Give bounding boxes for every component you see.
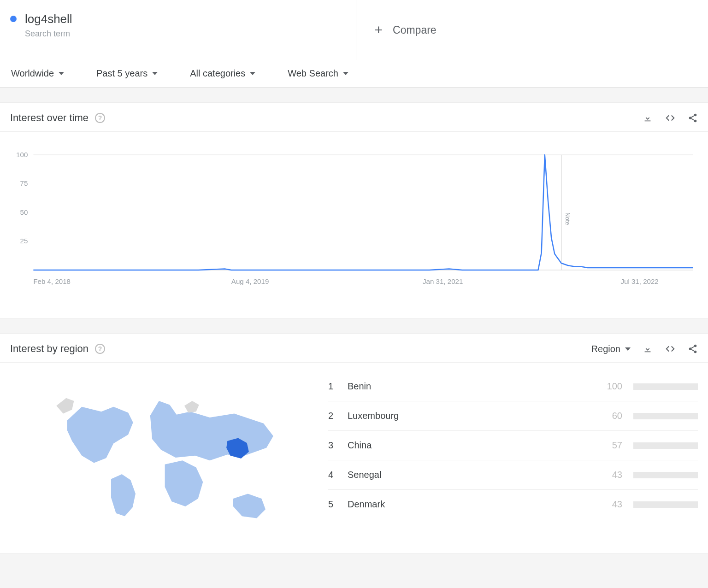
region-rank: 2 bbox=[328, 411, 336, 421]
svg-point-0 bbox=[694, 114, 697, 117]
svg-text:Jan 31, 2021: Jan 31, 2021 bbox=[423, 277, 463, 285]
svg-point-1 bbox=[689, 117, 692, 119]
chevron-down-icon bbox=[59, 72, 64, 75]
region-bar bbox=[633, 442, 698, 449]
chevron-down-icon bbox=[152, 72, 158, 75]
search-term-box[interactable]: log4shell Search term bbox=[0, 0, 356, 60]
region-name: Denmark bbox=[348, 499, 588, 510]
search-term-subtitle: Search term bbox=[25, 29, 72, 39]
region-rank: 1 bbox=[328, 381, 336, 392]
embed-icon[interactable] bbox=[665, 113, 676, 123]
svg-point-15 bbox=[694, 345, 697, 347]
panel-title: Interest by region bbox=[10, 343, 88, 355]
region-list: 1Benin1002Luxembourg603China574Senegal43… bbox=[328, 372, 698, 519]
world-map[interactable] bbox=[10, 372, 310, 539]
region-row[interactable]: 2Luxembourg60 bbox=[328, 401, 698, 431]
compare-button[interactable]: + Compare bbox=[356, 0, 708, 60]
chevron-down-icon bbox=[625, 347, 631, 351]
svg-text:25: 25 bbox=[20, 237, 28, 245]
help-icon[interactable]: ? bbox=[95, 344, 105, 354]
region-value: 43 bbox=[599, 470, 622, 480]
svg-text:Aug 4, 2019: Aug 4, 2019 bbox=[231, 277, 269, 285]
svg-text:75: 75 bbox=[20, 180, 28, 188]
region-name: China bbox=[348, 440, 588, 451]
region-value: 43 bbox=[599, 499, 622, 510]
download-icon[interactable] bbox=[643, 113, 653, 123]
region-bar bbox=[633, 413, 698, 419]
svg-point-17 bbox=[694, 351, 697, 353]
share-icon[interactable] bbox=[688, 344, 698, 354]
region-bar bbox=[633, 383, 698, 390]
filter-time-label: Past 5 years bbox=[96, 68, 148, 79]
region-name: Benin bbox=[348, 381, 588, 392]
region-name: Senegal bbox=[348, 470, 588, 480]
region-value: 100 bbox=[599, 381, 622, 392]
region-value: 57 bbox=[599, 440, 622, 451]
region-row[interactable]: 5Denmark43 bbox=[328, 490, 698, 519]
region-name: Luxembourg bbox=[348, 411, 588, 421]
search-term: log4shell bbox=[25, 12, 72, 26]
svg-text:Jul 31, 2022: Jul 31, 2022 bbox=[620, 277, 658, 285]
region-value: 60 bbox=[599, 411, 622, 421]
download-icon[interactable] bbox=[643, 344, 653, 354]
plus-icon: + bbox=[375, 22, 383, 38]
svg-point-16 bbox=[689, 347, 692, 350]
help-icon[interactable]: ? bbox=[95, 113, 105, 123]
chevron-down-icon bbox=[250, 72, 255, 75]
filter-row: Worldwide Past 5 years All categories We… bbox=[0, 60, 708, 87]
interest-over-time-chart: 255075100NoteFeb 4, 2018Aug 4, 2019Jan 3… bbox=[0, 132, 708, 318]
filter-search-type[interactable]: Web Search bbox=[288, 68, 348, 79]
filter-geo-label: Worldwide bbox=[11, 68, 54, 79]
region-rank: 5 bbox=[328, 499, 336, 510]
region-bar bbox=[633, 472, 698, 478]
region-row[interactable]: 4Senegal43 bbox=[328, 460, 698, 490]
share-icon[interactable] bbox=[688, 113, 698, 123]
region-rank: 3 bbox=[328, 440, 336, 451]
embed-icon[interactable] bbox=[665, 344, 676, 354]
series-color-dot bbox=[10, 16, 17, 22]
region-selector-label: Region bbox=[591, 344, 620, 354]
panel-title: Interest over time bbox=[10, 112, 88, 124]
filter-search-type-label: Web Search bbox=[288, 68, 338, 79]
filter-time[interactable]: Past 5 years bbox=[96, 68, 158, 79]
svg-text:50: 50 bbox=[20, 208, 28, 216]
interest-by-region-panel: Interest by region ? Region bbox=[0, 333, 708, 553]
svg-text:Feb 4, 2018: Feb 4, 2018 bbox=[33, 277, 71, 285]
search-term-header: log4shell Search term + Compare Worldwid… bbox=[0, 0, 708, 88]
svg-point-2 bbox=[694, 120, 697, 123]
region-bar bbox=[633, 501, 698, 508]
region-row[interactable]: 1Benin100 bbox=[328, 372, 698, 401]
svg-text:Note: Note bbox=[564, 212, 571, 225]
filter-geo[interactable]: Worldwide bbox=[11, 68, 64, 79]
region-selector[interactable]: Region bbox=[591, 344, 631, 354]
compare-label: Compare bbox=[393, 24, 437, 36]
region-row[interactable]: 3China57 bbox=[328, 431, 698, 460]
region-rank: 4 bbox=[328, 470, 336, 480]
interest-over-time-panel: Interest over time ? 255075100NoteFeb 4,… bbox=[0, 102, 708, 318]
chevron-down-icon bbox=[343, 72, 348, 75]
svg-text:100: 100 bbox=[16, 151, 28, 159]
filter-category-label: All categories bbox=[190, 68, 245, 79]
filter-category[interactable]: All categories bbox=[190, 68, 255, 79]
